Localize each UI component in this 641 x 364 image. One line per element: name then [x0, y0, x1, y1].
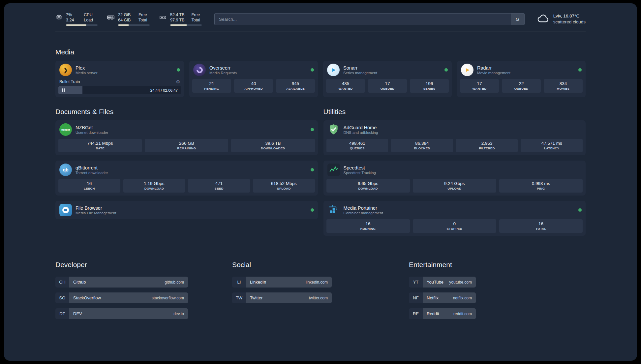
gear-icon[interactable]: ⚙: [176, 79, 180, 84]
adguard-icon: [327, 123, 340, 136]
search-provider-button[interactable]: G: [511, 13, 525, 25]
sonarr-icon: [327, 64, 340, 76]
dashboard-panel: 7% CPU 3.24 Load: [4, 3, 637, 361]
top-bar: 7% CPU 3.24 Load: [55, 13, 586, 26]
search-bar: G: [214, 13, 525, 25]
stat-wanted: 485 WANTED: [326, 79, 365, 93]
bookmark-group-entertainment: Entertainment YT YouTube youtube.com NF …: [409, 261, 586, 324]
portainer-icon: [327, 204, 340, 216]
bookmark-name: Netflix: [427, 295, 439, 300]
section-title-utilities: Utilities: [323, 108, 586, 116]
service-name: NZBGet: [76, 125, 108, 130]
adguard-card[interactable]: AdGuard Home DNS and adblocking 498,461 …: [323, 120, 586, 155]
service-subtitle: Torrent downloader: [76, 171, 108, 175]
bookmark-group-title: Developer: [55, 261, 232, 269]
bookmark-youtube[interactable]: YT YouTube youtube.com: [409, 277, 476, 288]
stat-movies: 834 MOVIES: [544, 79, 583, 93]
bookmark-linkedin[interactable]: LI LinkedIn linkedin.com: [232, 277, 332, 288]
section-documents: Documents & Files nzbget NZBGet Usenet d…: [55, 108, 318, 241]
bookmark-name: Reddit: [427, 311, 439, 316]
bookmark-github[interactable]: GH Github github.com: [55, 277, 188, 288]
overseerr-icon: [193, 64, 206, 76]
qbittorrent-card[interactable]: qb qBittorrent Torrent downloader 16 LEE…: [55, 161, 318, 196]
bookmark-abbr: RE: [409, 308, 423, 319]
disk-free-label: Free: [192, 13, 202, 17]
memory-widget: 22 GiB Free 64 GiB Total: [107, 13, 150, 26]
filebrowser-card[interactable]: File Browser Media File Management: [55, 201, 318, 219]
service-subtitle: Movie management: [477, 71, 510, 75]
stat-remaining: 266 GB REMAINING: [145, 139, 228, 152]
bookmark-abbr: SO: [55, 292, 69, 303]
bookmarks-area: Developer GH Github github.com SO StackO…: [55, 261, 586, 324]
status-dot-online: [311, 128, 314, 131]
plex-card[interactable]: ❯ Plex Media server Bullet Train ⚙ 24:44…: [55, 61, 184, 97]
disk-widget: 52.4 TB Free 97.9 TB Total: [159, 13, 202, 26]
service-name: File Browser: [76, 205, 116, 211]
cpu-usage-bar: [66, 24, 98, 26]
stat-stopped: 0 STOPPED: [413, 219, 496, 233]
nzbget-card[interactable]: nzbget NZBGet Usenet downloader 744.21 M…: [55, 120, 318, 155]
radarr-card[interactable]: Radarr Movie management 17 WANTED 22 QUE…: [457, 61, 586, 97]
status-dot-online: [444, 68, 448, 72]
memory-total-label: Total: [138, 18, 150, 23]
stat-rate: 744.21 Mbps RATE: [58, 139, 142, 152]
bookmark-url: dev.to: [173, 312, 184, 316]
bookmark-url: stackoverflow.com: [152, 296, 184, 300]
speedtest-card[interactable]: Speedtest Speedtest Tracking 9.65 Gbps D…: [323, 161, 586, 196]
bookmark-abbr: NF: [409, 292, 423, 303]
portainer-card[interactable]: Media Portainer Container management 16 …: [323, 201, 586, 236]
weather-widget[interactable]: Lviv, 16.87°C scattered clouds: [537, 13, 586, 25]
disk-free-value: 52.4 TB: [170, 13, 186, 17]
bookmark-abbr: DT: [55, 308, 69, 319]
status-dot-online: [177, 68, 180, 72]
disk-usage-bar: [170, 24, 202, 26]
status-dot-online: [311, 208, 314, 212]
section-utilities: Utilities AdGuard Home DNS and adblockin…: [323, 108, 586, 241]
service-subtitle: Speedtest Tracking: [344, 171, 376, 175]
stat-queued: 22 QUEUED: [502, 79, 541, 93]
service-subtitle: Media Requests: [209, 71, 237, 75]
service-name: Overseerr: [209, 65, 237, 71]
weather-condition: scattered clouds: [553, 19, 586, 25]
pause-button[interactable]: [62, 88, 65, 92]
speedtest-icon: [327, 164, 340, 176]
stat-approved: 40 APPROVED: [234, 79, 273, 93]
bookmark-stackoverflow[interactable]: SO StackOverflow stackoverflow.com: [55, 292, 188, 303]
service-subtitle: Media server: [76, 71, 97, 75]
bookmark-url: twitter.com: [309, 296, 328, 300]
service-name: qBittorrent: [76, 165, 108, 170]
search-input[interactable]: [214, 13, 511, 25]
status-dot-online: [578, 208, 582, 212]
service-subtitle: Media File Management: [76, 211, 116, 215]
bookmark-twitter[interactable]: TW Twitter twitter.com: [232, 292, 332, 303]
bookmark-reddit[interactable]: RE Reddit reddit.com: [409, 308, 476, 319]
status-dot-online: [311, 168, 314, 171]
bookmark-abbr: LI: [232, 277, 246, 288]
service-subtitle: Series management: [343, 71, 377, 75]
stat-available: 945 AVAILABLE: [276, 79, 315, 93]
bookmark-name: Twitter: [250, 295, 262, 300]
bookmark-name: StackOverflow: [73, 295, 101, 300]
filebrowser-icon: [59, 204, 72, 216]
bookmark-netflix[interactable]: NF Netflix netflix.com: [409, 292, 476, 303]
stat-queries: 498,461 QUERIES: [326, 139, 388, 152]
playback-progress-bar[interactable]: 24:44 / 02:06:47: [58, 86, 181, 94]
cpu-icon: [55, 14, 63, 21]
stat-latency: 47.571 ms LATENCY: [521, 139, 583, 152]
service-subtitle: Usenet downloader: [76, 131, 108, 135]
service-name: Speedtest: [344, 165, 376, 170]
memory-total-value: 64 GiB: [118, 18, 133, 23]
stat-series: 196 SERIES: [410, 79, 449, 93]
bookmark-dev[interactable]: DT DEV dev.to: [55, 308, 188, 319]
overseerr-card[interactable]: Overseerr Media Requests 21 PENDING 40 A…: [189, 61, 318, 97]
bookmark-group-developer: Developer GH Github github.com SO StackO…: [55, 261, 232, 324]
section-title-media: Media: [55, 48, 586, 56]
status-dot-online: [311, 68, 314, 72]
bookmark-url: youtube.com: [449, 280, 472, 285]
service-name: AdGuard Home: [344, 125, 378, 130]
memory-icon: [107, 14, 115, 21]
stat-download: 9.65 Gbps DOWNLOAD: [326, 179, 410, 193]
playback-time: 24:44 / 02:06:47: [150, 88, 181, 92]
sonarr-card[interactable]: Sonarr Series management 485 WANTED 17 Q…: [323, 61, 452, 97]
nzbget-icon: nzbget: [59, 123, 72, 136]
